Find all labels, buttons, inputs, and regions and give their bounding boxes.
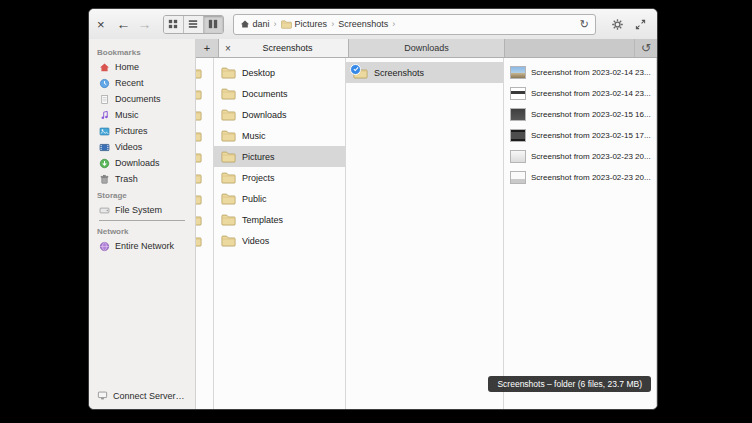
- column-files: Screenshot from 2023-02-14 23... Screens…: [504, 58, 657, 409]
- sidebar-item-documents[interactable]: Documents: [89, 91, 195, 107]
- selected-check-badge: [350, 64, 361, 75]
- list-view-button[interactable]: [184, 16, 204, 33]
- tab-history-button[interactable]: ↺: [634, 39, 657, 57]
- back-button[interactable]: ←: [117, 17, 131, 31]
- column-view-button[interactable]: [204, 16, 223, 33]
- sidebar-item-trash[interactable]: Trash: [89, 171, 195, 187]
- column-home: Desktop Documents Downloads Music Pictur…: [214, 58, 346, 409]
- toolbar: × ← → dani › Pictures ›: [89, 9, 657, 40]
- folder-label: Videos: [242, 236, 269, 246]
- folder-icon: [221, 109, 236, 121]
- breadcrumb-separator: ›: [274, 19, 277, 29]
- folder-icon: [196, 193, 202, 205]
- folder-icon: [196, 109, 202, 121]
- sidebar-item-pictures[interactable]: Pictures: [89, 123, 195, 139]
- clock-icon: [99, 78, 110, 89]
- folder-label: Desktop: [242, 68, 275, 78]
- sidebar-item-recent[interactable]: Recent: [89, 75, 195, 91]
- folder-icon: [221, 151, 236, 163]
- sidebar-item-file-system[interactable]: File System: [89, 202, 195, 218]
- tab-downloads[interactable]: Downloads: [349, 39, 505, 57]
- folder-icon-sliver: [196, 230, 213, 251]
- breadcrumb-pictures[interactable]: Pictures: [281, 19, 328, 29]
- home-icon: [99, 62, 110, 73]
- folder-icon: [196, 67, 202, 79]
- sidebar: Bookmarks Home Recent Documents Music Pi…: [89, 39, 196, 409]
- file-row[interactable]: Screenshot from 2023-02-23 20...: [504, 146, 656, 167]
- file-label: Screenshot from 2023-02-14 23...: [531, 89, 651, 98]
- file-row[interactable]: Screenshot from 2023-02-14 23...: [504, 62, 656, 83]
- file-label: Screenshot from 2023-02-23 20...: [531, 152, 651, 161]
- breadcrumb-screenshots[interactable]: Screenshots: [338, 19, 388, 29]
- folder-row-public[interactable]: Public: [214, 188, 345, 209]
- folder-row-templates[interactable]: Templates: [214, 209, 345, 230]
- column-parent-sliver[interactable]: [196, 58, 214, 409]
- sidebar-item-entire-network[interactable]: Entire Network: [89, 238, 195, 254]
- file-label: Screenshot from 2023-02-15 16...: [531, 110, 651, 119]
- sidebar-item-label: Music: [115, 110, 139, 120]
- folder-row-pictures[interactable]: Pictures: [214, 146, 345, 167]
- folder-row-videos[interactable]: Videos: [214, 230, 345, 251]
- folder-icon-sliver: [196, 167, 213, 188]
- file-row[interactable]: Screenshot from 2023-02-23 20...: [504, 167, 656, 188]
- folder-icon: [196, 214, 202, 226]
- download-icon: [99, 158, 110, 169]
- connect-server-button[interactable]: Connect Server…: [89, 390, 195, 401]
- folder-icon-sliver: [196, 125, 213, 146]
- tab-screenshots[interactable]: × Screenshots: [219, 39, 349, 57]
- sidebar-item-label: Trash: [115, 174, 138, 184]
- file-row[interactable]: Screenshot from 2023-02-14 23...: [504, 83, 656, 104]
- file-thumbnail: [510, 171, 526, 184]
- file-thumbnail: [510, 87, 526, 100]
- sidebar-item-music[interactable]: Music: [89, 107, 195, 123]
- file-label: Screenshot from 2023-02-14 23...: [531, 68, 651, 77]
- picture-icon: [99, 126, 110, 137]
- sidebar-heading-network: Network: [89, 223, 195, 238]
- sidebar-item-label: Recent: [115, 78, 144, 88]
- folder-icon-sliver: [196, 146, 213, 167]
- folder-icon-sliver: [196, 209, 213, 230]
- columns-icon: [208, 19, 218, 29]
- new-tab-button[interactable]: +: [196, 39, 219, 57]
- forward-button[interactable]: →: [138, 17, 152, 31]
- folder-row-documents[interactable]: Documents: [214, 83, 345, 104]
- folder-icon-sliver: [196, 83, 213, 104]
- folder-row-screenshots[interactable]: Screenshots: [346, 62, 503, 83]
- folder-label: Templates: [242, 215, 283, 225]
- file-thumbnail: [510, 108, 526, 121]
- settings-menu-button[interactable]: [608, 15, 626, 33]
- folder-row-projects[interactable]: Projects: [214, 167, 345, 188]
- folder-icon-sliver: [196, 188, 213, 209]
- file-row[interactable]: Screenshot from 2023-02-15 16...: [504, 104, 656, 125]
- tab-close-icon[interactable]: ×: [225, 43, 231, 54]
- folder-icon: [196, 235, 202, 247]
- grid-view-button[interactable]: [164, 16, 184, 33]
- folder-row-desktop[interactable]: Desktop: [214, 62, 345, 83]
- folder-icon: [221, 235, 236, 247]
- folder-label: Projects: [242, 173, 275, 183]
- refresh-button[interactable]: ↻: [580, 18, 589, 31]
- connect-server-label: Connect Server…: [113, 391, 185, 401]
- sidebar-item-label: Documents: [115, 94, 161, 104]
- check-icon: [353, 66, 359, 72]
- folder-icon: [196, 151, 202, 163]
- miller-columns: Desktop Documents Downloads Music Pictur…: [196, 58, 657, 409]
- file-row[interactable]: Screenshot from 2023-02-15 17...: [504, 125, 656, 146]
- breadcrumb-separator: ›: [331, 19, 334, 29]
- folder-row-downloads[interactable]: Downloads: [214, 104, 345, 125]
- breadcrumb-home[interactable]: dani: [240, 19, 270, 29]
- grid-icon: [168, 19, 178, 29]
- expand-window-button[interactable]: [631, 15, 649, 33]
- globe-icon: [99, 241, 110, 252]
- folder-icon: [221, 130, 236, 142]
- folder-row-music[interactable]: Music: [214, 125, 345, 146]
- sidebar-item-videos[interactable]: Videos: [89, 139, 195, 155]
- window-close-button[interactable]: ×: [97, 18, 105, 31]
- gear-icon: [611, 18, 624, 31]
- sidebar-item-label: Pictures: [115, 126, 148, 136]
- sidebar-item-downloads[interactable]: Downloads: [89, 155, 195, 171]
- folder-icon: [221, 193, 236, 205]
- pathbar[interactable]: dani › Pictures › Screenshots › ↻: [233, 14, 596, 35]
- folder-label: Downloads: [242, 110, 287, 120]
- sidebar-item-home[interactable]: Home: [89, 59, 195, 75]
